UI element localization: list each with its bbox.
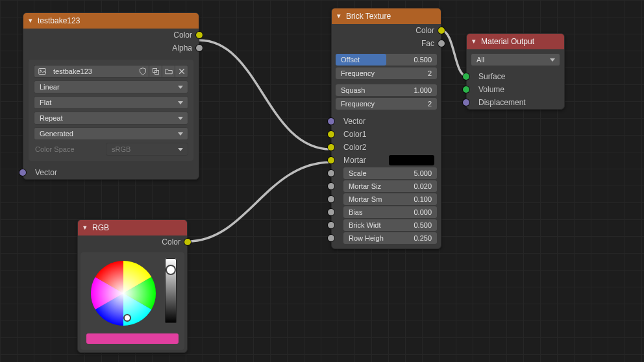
- mortar-sm-slider[interactable]: Mortar Sm0.100: [343, 193, 437, 205]
- node-title: RGB: [92, 223, 109, 232]
- socket-alpha-out[interactable]: [196, 45, 203, 51]
- open-image-button[interactable]: [162, 65, 175, 78]
- input-row-heigh[interactable]: Row Heigh0.250: [332, 232, 441, 245]
- output-color[interactable]: Color: [78, 235, 187, 248]
- new-image-button[interactable]: [149, 65, 162, 78]
- input-brick-widt[interactable]: Brick Widt0.500: [332, 219, 441, 232]
- node-image-texture[interactable]: testbake123 Color Alpha testbake123 Line…: [23, 12, 199, 180]
- copy-icon: [152, 67, 160, 75]
- color-space-label: Color Space: [34, 145, 102, 153]
- output-alpha[interactable]: Alpha: [23, 42, 199, 54]
- socket-fac-out[interactable]: [438, 40, 445, 47]
- image-icon: [38, 67, 46, 75]
- node-header[interactable]: testbake123: [23, 13, 199, 29]
- node-rgb[interactable]: RGB Color: [77, 219, 188, 353]
- svg-point-4: [91, 261, 156, 326]
- socket-color-out[interactable]: [196, 32, 203, 38]
- socket-color2-in[interactable]: [328, 144, 334, 151]
- input-bias[interactable]: Bias0.000: [332, 206, 441, 219]
- color-wheel[interactable]: [88, 258, 158, 328]
- svg-point-1: [40, 69, 41, 71]
- input-displacement[interactable]: Displacement: [467, 96, 564, 109]
- close-icon: [178, 67, 186, 75]
- socket-value-in[interactable]: [328, 209, 334, 215]
- folder-icon: [165, 67, 173, 75]
- bias-slider[interactable]: Bias0.000: [343, 206, 437, 218]
- socket-mortar-in[interactable]: [328, 157, 334, 163]
- input-volume[interactable]: Volume: [467, 83, 564, 96]
- node-header[interactable]: Brick Texture: [332, 8, 441, 24]
- node-title: Brick Texture: [346, 12, 391, 21]
- color-space-dropdown[interactable]: sRGB: [106, 143, 188, 156]
- input-mortar-sm[interactable]: Mortar Sm0.100: [332, 193, 441, 206]
- socket-color-out[interactable]: [184, 239, 191, 245]
- value-slider[interactable]: [165, 258, 177, 323]
- scale-slider[interactable]: Scale5.000: [343, 167, 437, 179]
- node-header[interactable]: RGB: [78, 220, 187, 235]
- input-color1[interactable]: Color1: [332, 128, 441, 141]
- socket-displacement-in[interactable]: [463, 99, 469, 106]
- node-title: testbake123: [38, 16, 80, 25]
- node-material-output[interactable]: Material Output All Surface Volume Displ…: [466, 33, 565, 110]
- socket-value-in[interactable]: [328, 170, 334, 176]
- squash-slider[interactable]: Squash 1.000: [336, 84, 437, 96]
- mortar-siz-slider[interactable]: Mortar Siz0.020: [343, 180, 437, 192]
- fake-user-button[interactable]: [136, 65, 149, 78]
- offset-frequency-field[interactable]: Frequency 2: [336, 67, 437, 79]
- image-browse-button[interactable]: [34, 65, 49, 78]
- color-wheel-handle[interactable]: [124, 315, 130, 321]
- input-vector[interactable]: Vector: [23, 166, 199, 179]
- shield-icon: [139, 67, 147, 75]
- color-picker-panel: [80, 252, 184, 350]
- socket-vector-in[interactable]: [19, 169, 26, 176]
- socket-color-out[interactable]: [438, 27, 445, 34]
- texcoord-dropdown[interactable]: Generated: [34, 127, 188, 140]
- image-panel: testbake123 Linear Flat Repeat Generated…: [29, 60, 193, 161]
- socket-volume-in[interactable]: [463, 86, 469, 93]
- input-scale[interactable]: Scale5.000: [332, 167, 441, 180]
- input-mortar[interactable]: Mortar: [332, 154, 441, 167]
- input-vector[interactable]: Vector: [332, 115, 441, 128]
- projection-dropdown[interactable]: Flat: [34, 96, 188, 109]
- socket-color1-in[interactable]: [328, 131, 334, 138]
- value-slider-handle[interactable]: [167, 266, 175, 274]
- brick-widt-slider[interactable]: Brick Widt0.500: [343, 219, 437, 231]
- output-color[interactable]: Color: [23, 29, 199, 42]
- mortar-color-swatch[interactable]: [389, 155, 434, 165]
- color-swatch[interactable]: [86, 333, 179, 344]
- node-brick-texture[interactable]: Brick Texture Color Fac Offset 0.500 Fre…: [331, 8, 441, 249]
- socket-value-in[interactable]: [328, 235, 334, 241]
- socket-value-in[interactable]: [328, 196, 334, 202]
- extension-dropdown[interactable]: Repeat: [34, 112, 188, 125]
- target-dropdown[interactable]: All: [471, 53, 560, 66]
- interpolation-dropdown[interactable]: Linear: [34, 80, 188, 93]
- input-color2[interactable]: Color2: [332, 141, 441, 154]
- socket-value-in[interactable]: [328, 222, 334, 228]
- output-fac[interactable]: Fac: [332, 37, 441, 50]
- unlink-image-button[interactable]: [175, 65, 188, 78]
- squash-frequency-field[interactable]: Frequency 2: [336, 98, 437, 110]
- socket-value-in[interactable]: [328, 183, 334, 189]
- input-surface[interactable]: Surface: [467, 70, 564, 83]
- input-mortar-siz[interactable]: Mortar Siz0.020: [332, 180, 441, 193]
- offset-slider[interactable]: Offset 0.500: [336, 54, 437, 66]
- socket-surface-in[interactable]: [463, 73, 469, 80]
- socket-vector-in[interactable]: [328, 118, 334, 125]
- image-name-field[interactable]: testbake123: [49, 65, 136, 78]
- row-heigh-slider[interactable]: Row Heigh0.250: [343, 232, 437, 244]
- output-color[interactable]: Color: [332, 24, 441, 37]
- node-title: Material Output: [481, 37, 534, 46]
- node-header[interactable]: Material Output: [467, 34, 564, 49]
